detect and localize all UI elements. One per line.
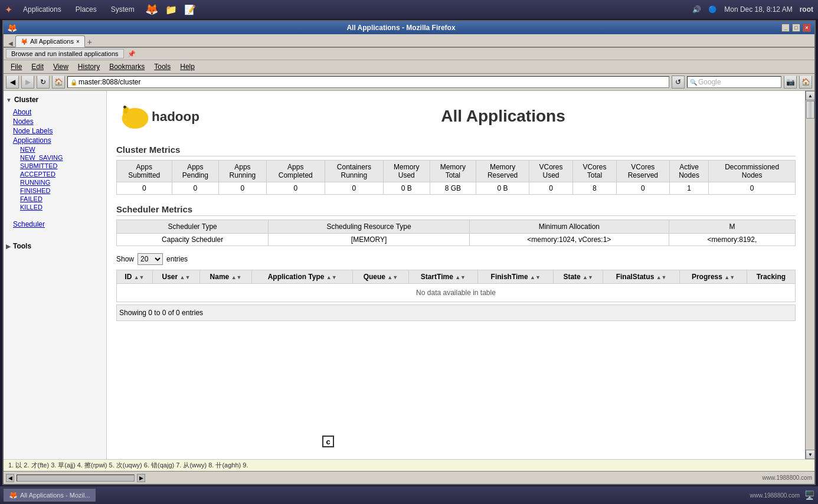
- svg-point-4: [140, 119, 145, 127]
- scheduler-row: Capacity Scheduler [MEMORY] <memory:1024…: [117, 234, 796, 246]
- firefox-icon[interactable]: 🦊: [145, 3, 158, 16]
- cluster-metrics-row: 0 0 0 0 0 0 B 8 GB 0 B 0 8 0: [117, 182, 796, 195]
- sidebar-nodes-link[interactable]: Nodes: [6, 117, 104, 126]
- content-area: ▼ Cluster About Nodes Node Labels Applic…: [4, 91, 814, 459]
- col-tracking[interactable]: Tracking: [747, 270, 795, 284]
- col-starttime[interactable]: StartTime ▲▼: [408, 270, 478, 284]
- all-applications-tab[interactable]: 🦊 All Applications ×: [15, 35, 85, 47]
- search-placeholder: Google: [698, 78, 721, 86]
- taskbar-item-label: All Applications - Mozil...: [20, 492, 90, 499]
- ime-input-box[interactable]: c: [322, 436, 334, 447]
- col-queue[interactable]: Queue ▲▼: [353, 270, 408, 284]
- main-content: hadoop All Applications Cluster Metrics …: [107, 91, 805, 459]
- sidebar-newsaving-link[interactable]: NEW_SAVING: [6, 153, 104, 162]
- screenshot-button[interactable]: 📷: [784, 76, 797, 89]
- val-memory-total: 8 GB: [430, 182, 476, 195]
- col-decommissioned-nodes: DecommissionedNodes: [709, 161, 796, 182]
- col-user[interactable]: User ▲▼: [152, 270, 199, 284]
- tab-list-button[interactable]: ◀: [6, 40, 15, 47]
- minimize-button[interactable]: _: [781, 24, 790, 32]
- sidebar-killed-link[interactable]: KILLED: [6, 203, 104, 211]
- col-finishtime[interactable]: FinishTime ▲▼: [478, 270, 554, 284]
- col-app-type[interactable]: Application Type ▲▼: [252, 270, 353, 284]
- tools-menu[interactable]: Tools: [149, 61, 175, 72]
- search-engine-icon: 🔍: [690, 79, 697, 86]
- scroll-right-btn[interactable]: ▶: [137, 474, 145, 482]
- col-apps-completed: AppsCompleted: [266, 161, 325, 182]
- sidebar-about-link[interactable]: About: [6, 107, 104, 117]
- sidebar-nodelabels-link[interactable]: Node Labels: [6, 126, 104, 136]
- col-apps-submitted: AppsSubmitted: [117, 161, 172, 182]
- sidebar-applications-link[interactable]: Applications: [6, 136, 104, 145]
- val-decommissioned-nodes: 0: [709, 182, 796, 195]
- sidebar-submitted-link[interactable]: SUBMITTED: [6, 162, 104, 170]
- user-display: root: [800, 5, 813, 14]
- bookmark-toolbar-label: Browse and run installed applications: [6, 49, 124, 58]
- places-menu[interactable]: Places: [72, 4, 100, 15]
- sidebar-finished-link[interactable]: FINISHED: [6, 186, 104, 195]
- entries-select[interactable]: 20 50 100: [138, 253, 163, 265]
- col-memory-total: MemoryTotal: [430, 161, 476, 182]
- new-tab-button[interactable]: +: [87, 37, 92, 47]
- back-button[interactable]: ◀: [6, 76, 19, 89]
- col-name[interactable]: Name ▲▼: [200, 270, 252, 284]
- input-area: c 1. 以 2. 才(fte) 3. 草(ajj) 4. 擦(rpwi) 5.…: [4, 459, 814, 471]
- browser-window: 🦊 All Applications - Mozilla Firefox _ □…: [2, 20, 816, 485]
- scroll-up-button[interactable]: ▲: [806, 91, 814, 100]
- no-data-row: No data available in table: [117, 284, 796, 302]
- url-bar[interactable]: 🔒 master:8088/cluster: [67, 76, 669, 88]
- scroll-left-btn[interactable]: ◀: [6, 474, 14, 482]
- val-containers-running: 0: [325, 182, 383, 195]
- system-menu[interactable]: System: [107, 4, 138, 15]
- notepad-icon[interactable]: 📝: [184, 4, 196, 15]
- history-menu[interactable]: History: [73, 61, 104, 72]
- edit-menu[interactable]: Edit: [27, 61, 48, 72]
- speaker-icon: 🔊: [692, 5, 701, 14]
- apps-menu[interactable]: Applications: [19, 4, 65, 15]
- scroll-down-button[interactable]: ▼: [806, 450, 814, 459]
- scroll-thumb[interactable]: [806, 101, 814, 119]
- file-menu[interactable]: File: [6, 61, 27, 72]
- tab-label: All Applications: [30, 38, 74, 45]
- sidebar-scheduler-link[interactable]: Scheduler: [6, 220, 104, 229]
- taskbar-firefox-item[interactable]: 🦊 All Applications - Mozil...: [4, 489, 96, 502]
- progress-bar: [17, 474, 135, 482]
- sidebar-accepted-link[interactable]: ACCEPTED: [6, 170, 104, 178]
- cluster-label: Cluster: [14, 96, 38, 104]
- svg-point-5: [128, 123, 133, 129]
- sched-max-val: <memory:8192,: [669, 234, 795, 246]
- home-button[interactable]: 🏠: [52, 76, 65, 89]
- help-menu[interactable]: Help: [175, 61, 199, 72]
- col-id[interactable]: ID ▲▼: [117, 270, 153, 284]
- bookmarks-menu[interactable]: Bookmarks: [104, 61, 149, 72]
- sidebar-new-link[interactable]: NEW: [6, 145, 104, 153]
- os-topbar: ✦ Applications Places System 🦊 📁 📝 🔊 🔵 M…: [0, 0, 818, 19]
- security-icon: 🔒: [70, 79, 77, 86]
- sidebar-running-link[interactable]: RUNNING: [6, 178, 104, 186]
- os-topbar-left: ✦ Applications Places System 🦊 📁 📝: [5, 3, 196, 16]
- val-memory-used: 0 B: [383, 182, 430, 195]
- left-sidebar: ▼ Cluster About Nodes Node Labels Applic…: [4, 91, 107, 459]
- showing-entries: Showing 0 to 0 of 0 entries: [116, 305, 796, 321]
- col-finalstatus[interactable]: FinalStatus ▲▼: [603, 270, 680, 284]
- close-button[interactable]: ×: [803, 24, 811, 32]
- home2-button[interactable]: 🏠: [799, 76, 812, 89]
- right-scrollbar[interactable]: ▲ ▼: [805, 91, 814, 459]
- window-controls: _ □ ×: [781, 24, 811, 32]
- tab-close-button[interactable]: ×: [76, 38, 80, 45]
- col-state[interactable]: State ▲▼: [554, 270, 603, 284]
- forward-button[interactable]: ▶: [21, 76, 34, 89]
- search-bar[interactable]: 🔍 Google: [687, 76, 781, 88]
- view-menu[interactable]: View: [48, 61, 73, 72]
- hadoop-header: hadoop All Applications: [116, 97, 796, 135]
- scroll-track[interactable]: [806, 100, 814, 450]
- maximize-button[interactable]: □: [792, 24, 800, 32]
- sidebar-failed-link[interactable]: FAILED: [6, 195, 104, 203]
- pin-button[interactable]: 📌: [127, 50, 136, 58]
- cluster-header[interactable]: ▼ Cluster: [6, 96, 104, 104]
- reload-button[interactable]: ↻: [37, 76, 50, 89]
- col-progress[interactable]: Progress ▲▼: [680, 270, 747, 284]
- tools-header[interactable]: ▶ Tools: [6, 242, 104, 250]
- file-icon[interactable]: 📁: [165, 4, 177, 15]
- refresh-button[interactable]: ↺: [672, 76, 685, 89]
